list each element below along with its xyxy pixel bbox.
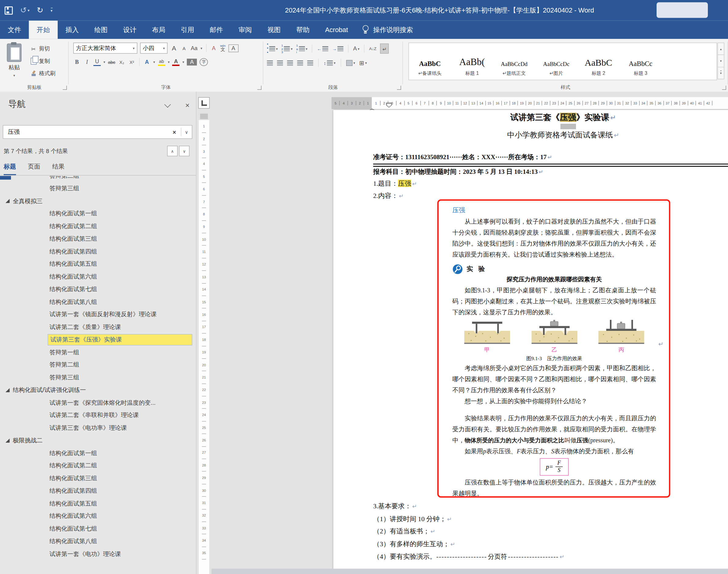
nav-item[interactable]: 结构化面试/试讲强化训练一 (0, 384, 196, 396)
style-entry[interactable]: AaBbCc标题 3 (620, 43, 662, 80)
styles-scroll-up-button[interactable]: ▴ (718, 43, 725, 55)
align-center-button[interactable] (277, 60, 283, 66)
format-painter-button[interactable]: 格式刷 (29, 69, 57, 78)
nav-close-icon[interactable]: × (185, 102, 189, 109)
line-spacing-button[interactable]: ↕▾ (324, 60, 336, 66)
nav-item[interactable]: 结构化面试第二组 (0, 459, 196, 472)
nav-item[interactable]: 答辩第一组 (0, 346, 196, 359)
text-highlight-button[interactable]: ab (158, 58, 165, 66)
superscript-button[interactable]: X² (128, 58, 136, 66)
font-name-combobox[interactable]: 方正大雅宋简体▾ (73, 43, 137, 54)
text-effects-button[interactable]: A (143, 58, 150, 66)
nav-item[interactable]: 试讲第一套《电功》理论课 (0, 548, 196, 560)
nav-item[interactable]: 结构化面试第一组 (0, 207, 196, 220)
grow-font-button[interactable]: A (170, 45, 178, 52)
text-effects-dropdown-icon[interactable]: ▾ (153, 60, 155, 64)
increase-indent-button[interactable]: → (332, 46, 344, 51)
expanded-triangle-icon[interactable] (5, 388, 10, 392)
underline-dropdown-icon[interactable]: ▾ (103, 60, 105, 64)
nav-tab-页面[interactable]: 页面 (28, 163, 41, 176)
sort-button[interactable]: A↓Z (369, 46, 376, 51)
subscript-button[interactable]: X₂ (118, 58, 126, 66)
nav-item[interactable]: 答辩第三组 (0, 371, 196, 384)
bullets-button[interactable]: •••▾ (267, 43, 278, 55)
ribbon-tab-布局[interactable]: 布局 (144, 21, 173, 39)
nav-item[interactable]: 结构化面试第四组 (0, 485, 196, 497)
customize-qat-button[interactable]: ▾ (51, 8, 52, 13)
nav-search-box[interactable]: 压强 × ∨ (3, 125, 192, 139)
nav-item[interactable]: 结构化面试第三组 (0, 472, 196, 485)
distribute-button[interactable] (307, 60, 314, 66)
nav-item[interactable]: 结构化面试第七组 (0, 522, 196, 535)
font-color-dropdown-icon[interactable]: ▾ (183, 60, 184, 64)
nav-item[interactable]: 试讲第三套《电功率》理论课 (0, 421, 196, 434)
font-dialog-launcher[interactable] (257, 86, 262, 90)
nav-item[interactable]: 试讲第二套《质量》理论课 (0, 321, 196, 333)
phonetic-guide-button[interactable]: wén文 (220, 44, 226, 52)
tab-selector-button[interactable] (198, 97, 210, 109)
asian-layout-button[interactable]: A▾ (353, 45, 360, 52)
style-entry[interactable]: AaBbCcDc↵图片 (535, 43, 578, 80)
shading-button[interactable]: ▾ (346, 60, 355, 66)
change-case-button[interactable]: Aa (190, 45, 198, 52)
cut-button[interactable]: ✂剪切 (29, 45, 57, 53)
paste-button[interactable]: 粘贴 ▾ (0, 39, 29, 92)
nav-options-chevron-icon[interactable] (164, 101, 171, 108)
style-entry[interactable]: AaBbC↵备课纸头 (409, 43, 451, 80)
style-entry[interactable]: AaBbCcDd↵题纸正文 (493, 43, 535, 80)
nav-item[interactable]: 结构化面试第八组 (0, 535, 196, 547)
highlight-dropdown-icon[interactable]: ▾ (168, 60, 170, 64)
nav-next-result-button[interactable]: ∨ (179, 146, 190, 156)
ribbon-tab-审阅[interactable]: 审阅 (231, 21, 260, 39)
underline-button[interactable]: U (93, 58, 101, 66)
copy-button[interactable]: 复制 (29, 57, 57, 66)
numbering-button[interactable]: 123▾ (281, 44, 293, 53)
nav-item[interactable]: 极限挑战二 (0, 434, 196, 447)
nav-item[interactable]: 结构化面试第五组 (0, 497, 196, 510)
redo-button[interactable]: ↻ (37, 5, 43, 15)
document-page[interactable]: 试讲第三套《压强》实验课↵ 中小学教师资格考试面试备课纸↵ 准考证号：13111… (333, 110, 728, 574)
nav-item[interactable]: 全真模拟三 (0, 195, 196, 207)
nav-item[interactable]: 结构化面试第四组 (0, 245, 196, 258)
nav-item[interactable]: 结构化面试第二组 (0, 220, 196, 233)
character-border-button[interactable]: A (228, 44, 238, 52)
justify-button[interactable] (297, 60, 304, 66)
styles-dialog-launcher[interactable] (722, 86, 726, 90)
nav-item[interactable]: 答辩第二组 (0, 359, 196, 371)
font-size-combobox[interactable]: 小四▾ (140, 43, 168, 54)
expanded-triangle-icon[interactable] (5, 438, 10, 443)
style-entry[interactable]: AaBbC标题 2 (578, 43, 620, 80)
enclose-characters-button[interactable]: 字 (199, 58, 208, 66)
ribbon-tab-绘图[interactable]: 绘图 (87, 21, 116, 39)
ribbon-tab-开始[interactable]: 开始 (29, 21, 58, 39)
ribbon-tab-引用[interactable]: 引用 (173, 21, 202, 39)
nav-item[interactable]: 结构化面试第八组 (0, 296, 196, 308)
styles-more-button[interactable]: ▾ (718, 67, 725, 79)
nav-item[interactable]: 结构化面试第三组 (0, 233, 196, 245)
shrink-font-button[interactable]: A (180, 45, 188, 52)
borders-button[interactable]: ⊞▾ (359, 59, 367, 67)
nav-search-clear-icon[interactable]: × (168, 129, 181, 136)
paste-dropdown-icon[interactable]: ▾ (13, 73, 15, 78)
ribbon-tab-Acrobat[interactable]: Acrobat (317, 21, 356, 39)
tell-me-search[interactable]: 操作说明搜索 (362, 21, 413, 39)
clear-formatting-button[interactable]: A (210, 45, 217, 52)
vertical-ruler[interactable]: 1234567891011121314151617181920212223242… (199, 120, 210, 574)
font-color-button[interactable]: A (173, 58, 180, 66)
decrease-indent-button[interactable]: ← (317, 46, 329, 51)
first-line-indent-marker[interactable] (386, 102, 392, 108)
show-marks-toggle[interactable]: ↵ (380, 44, 389, 54)
nav-item[interactable]: 答辩第三组 (0, 182, 196, 195)
bold-button[interactable]: B (73, 58, 81, 66)
strikethrough-button[interactable]: abc (108, 58, 116, 66)
nav-item[interactable]: 结构化面试第一组 (0, 447, 196, 459)
ribbon-tab-邮件[interactable]: 邮件 (202, 21, 231, 39)
nav-item[interactable]: 试讲第一套《探究固体熔化时温度的变... (0, 397, 196, 409)
expanded-triangle-icon[interactable] (5, 199, 10, 203)
nav-search-input[interactable]: 压强 (3, 128, 168, 136)
styles-scroll-down-button[interactable]: ▾ (718, 55, 725, 67)
ribbon-tab-视图[interactable]: 视图 (260, 21, 289, 39)
character-shading-button[interactable]: A (187, 58, 197, 66)
nav-item[interactable]: 结构化面试第五组 (0, 258, 196, 270)
align-right-button[interactable] (287, 60, 293, 66)
